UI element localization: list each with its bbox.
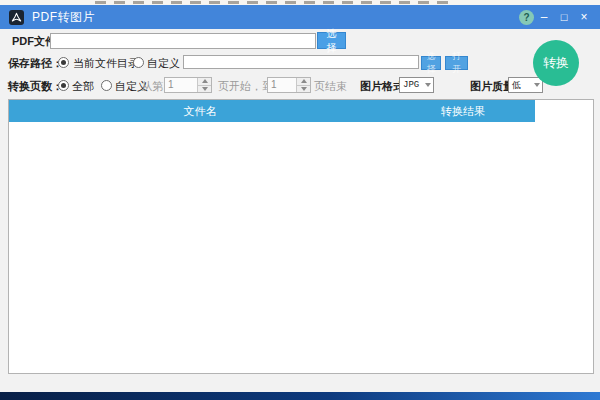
spin-down-icon[interactable] bbox=[297, 85, 310, 93]
radio-all-pages[interactable] bbox=[58, 80, 69, 91]
image-quality-value: 低 bbox=[509, 79, 532, 92]
maximize-icon[interactable]: □ bbox=[554, 5, 574, 29]
chevron-down-icon bbox=[532, 83, 542, 87]
column-filename[interactable]: 文件名 bbox=[9, 100, 391, 122]
pages-row: 转换页数： 全部 自定义 从第 1 页开始，到第 1 页结束 图片格式 JPG bbox=[0, 77, 600, 97]
background-bottom-bar bbox=[0, 392, 600, 400]
window-controls: ? – □ × bbox=[519, 5, 594, 29]
radio-current-directory-label[interactable]: 当前文件目录 bbox=[73, 54, 139, 72]
minimize-icon[interactable]: – bbox=[534, 5, 554, 29]
help-icon[interactable]: ? bbox=[519, 10, 534, 25]
app-window: PDF转图片 ? – □ × PDF文件： 选择 保存路径： 当前文件目录 自定… bbox=[0, 5, 600, 392]
save-path-open-button[interactable]: 打开 bbox=[445, 56, 468, 70]
convert-button[interactable]: 转换 bbox=[533, 40, 579, 86]
page-from-value: 1 bbox=[165, 78, 197, 92]
column-result[interactable]: 转换结果 bbox=[391, 100, 535, 122]
image-format-label: 图片格式 bbox=[360, 77, 404, 95]
results-table-header: 文件名 转换结果 bbox=[9, 100, 535, 122]
results-table-body bbox=[9, 122, 593, 373]
close-icon[interactable]: × bbox=[574, 5, 594, 29]
image-format-select[interactable]: JPG bbox=[399, 77, 434, 93]
page-from-stepper[interactable]: 1 bbox=[164, 77, 212, 93]
pdf-file-row: PDF文件： 选择 bbox=[0, 32, 600, 52]
page-from-arrows[interactable] bbox=[197, 78, 211, 92]
save-path-input[interactable] bbox=[183, 55, 419, 69]
save-path-select-button[interactable]: 选择 bbox=[421, 56, 441, 70]
save-path-label: 保存路径： bbox=[8, 54, 63, 72]
radio-custom-pages[interactable] bbox=[101, 80, 112, 91]
image-format-value: JPG bbox=[400, 80, 423, 90]
pdf-file-select-button[interactable]: 选择 bbox=[317, 32, 346, 49]
pages-end-label: 页结束 bbox=[314, 77, 347, 95]
page-to-value: 1 bbox=[268, 78, 296, 92]
pages-from-label: 从第 bbox=[141, 77, 163, 95]
radio-custom-path-label[interactable]: 自定义 bbox=[147, 54, 180, 72]
pdf-app-icon bbox=[9, 10, 24, 25]
page-to-arrows[interactable] bbox=[296, 78, 310, 92]
results-table: 文件名 转换结果 bbox=[8, 99, 594, 374]
titlebar: PDF转图片 ? – □ × bbox=[0, 5, 600, 29]
radio-custom-path[interactable] bbox=[133, 57, 144, 68]
pdf-file-input[interactable] bbox=[50, 33, 316, 49]
window-title: PDF转图片 bbox=[32, 9, 95, 26]
page-to-stepper[interactable]: 1 bbox=[267, 77, 311, 93]
radio-all-pages-label[interactable]: 全部 bbox=[72, 77, 94, 95]
image-quality-select[interactable]: 低 bbox=[508, 77, 543, 93]
radio-current-directory[interactable] bbox=[58, 57, 69, 68]
chevron-down-icon bbox=[423, 83, 433, 87]
pages-label: 转换页数： bbox=[8, 77, 63, 95]
spin-down-icon[interactable] bbox=[198, 85, 211, 93]
save-path-row: 保存路径： 当前文件目录 自定义 选择 打开 bbox=[0, 54, 600, 74]
background-bookmarks-strip bbox=[95, 1, 455, 4]
